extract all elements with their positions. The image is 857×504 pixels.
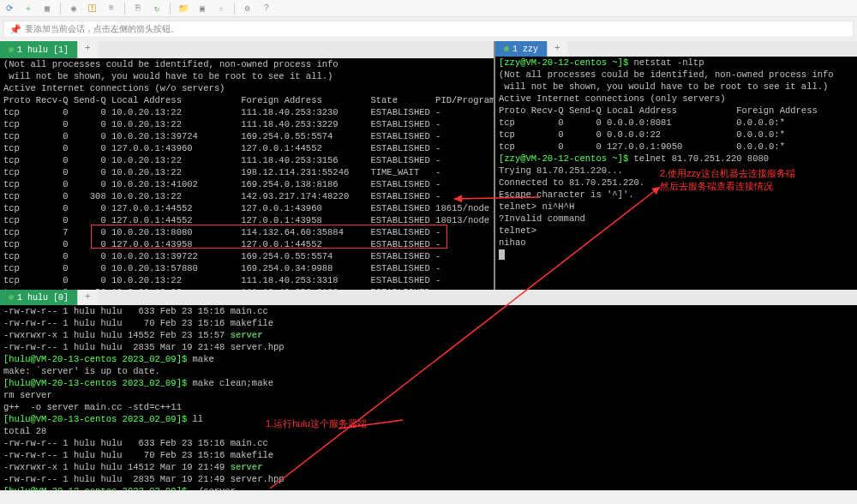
main-toolbar: ⟳ ＋ ▦ ◉ ⚿ ≡ ⎘ ↻ 📁 ▣ ☆ ⚙ ? xyxy=(0,0,857,17)
tab-hulu-0[interactable]: 1 hulu [0] xyxy=(0,290,78,305)
netstat-row: tcp 0 0 10.0.20.13:39724 169.254.0.55:55… xyxy=(0,130,494,142)
netstat-row: tcp 0 0 127.0.0.1:43958 127.0.0.1:44552 … xyxy=(0,238,494,250)
toolbar-separator xyxy=(234,3,235,15)
netstat-row: tcp 0 0 127.0.0.1:44552 127.0.0.1:43960 … xyxy=(0,202,494,214)
terminal-line: total 28 xyxy=(0,425,857,437)
terminal-line: -rw-rw-r-- 1 hulu hulu 2835 Mar 19 21:49… xyxy=(0,473,857,485)
terminal-line: [hulu@VM-20-13-centos 2023_02_09]$ make … xyxy=(0,377,857,389)
copy-icon[interactable]: ⎘ xyxy=(132,3,144,15)
terminal-line: Active Internet connections (only server… xyxy=(495,93,857,105)
terminal-line: [hulu@VM-20-13-centos 2023_02_09]$ ./ser… xyxy=(0,485,857,490)
add-tab-button[interactable]: + xyxy=(78,290,98,305)
list-icon[interactable]: ≡ xyxy=(105,3,117,15)
add-tab-button[interactable]: + xyxy=(548,41,567,57)
tab-hulu-1[interactable]: 1 hulu [1] xyxy=(0,41,78,58)
hint-text: 要添加当前会话，点击左侧的箭头按钮。 xyxy=(25,23,179,35)
terminal-line: ?Invalid command xyxy=(495,213,857,225)
terminal-line: -rw-rw-r-- 1 hulu hulu 70 Feb 23 15:16 m… xyxy=(0,449,857,461)
terminal-line: -rwxrwxr-x 1 hulu hulu 14552 Feb 23 15:5… xyxy=(0,329,857,341)
bottom-terminal-content[interactable]: -rw-rw-r-- 1 hulu hulu 633 Feb 23 15:16 … xyxy=(0,305,857,490)
grid-icon[interactable]: ▦ xyxy=(41,3,53,15)
key-icon[interactable]: ⚿ xyxy=(87,3,99,15)
right-terminal-pane[interactable]: 1 zzy + [zzy@VM-20-12-centos ~]$ netstat… xyxy=(495,41,857,290)
netstat-row: tcp 0 0 10.0.20.13:57880 169.254.0.34:99… xyxy=(0,262,494,274)
tab-label: 1 zzy xyxy=(512,45,538,54)
netstat-row: tcp 0 0 10.0.20.13:22 111.18.40.253:3229… xyxy=(0,118,494,130)
netstat-row: tcp 0 0 10.0.20.13:39722 169.254.0.55:55… xyxy=(0,250,494,262)
netstat-row: tcp 0 0 127.0.0.1:44552 127.0.0.1:43958 … xyxy=(0,214,494,226)
netstat-row: tcp 0 308 10.0.20.13:22 142.93.217.174:4… xyxy=(0,190,494,202)
toolbar-separator xyxy=(170,3,171,15)
status-dot-icon xyxy=(9,295,14,300)
person-icon[interactable]: ◉ xyxy=(68,3,80,15)
terminal-line: telnet> xyxy=(495,225,857,237)
netstat-row: tcp 0 0 10.0.20.13:22 198.12.114.231:552… xyxy=(0,166,494,178)
top-panes-container: 1 hulu [1] + (Not all processes could be… xyxy=(0,41,857,290)
terminal-line: Connected to 81.70.251.220. xyxy=(495,177,857,189)
terminal-line: -rwxrwxr-x 1 hulu hulu 14512 Mar 19 21:4… xyxy=(0,461,857,473)
gear-icon[interactable]: ⚙ xyxy=(242,3,254,15)
terminal-line: -rw-rw-r-- 1 hulu hulu 633 Feb 23 15:16 … xyxy=(0,305,857,317)
star-icon[interactable]: ☆ xyxy=(215,3,227,15)
terminal-line: tcp 0 0 0.0.0.0:22 0.0.0.0:* LISTEN xyxy=(495,129,857,141)
status-dot-icon xyxy=(504,46,509,51)
left-terminal-content[interactable]: (Not all processes could be identified, … xyxy=(0,58,494,290)
right-tabs-row: 1 zzy + xyxy=(495,41,857,57)
netstat-row: tcp 0 0 127.0.0.1:43960 127.0.0.1:44552 … xyxy=(0,142,494,154)
terminal-line: (Not all processes could be identified, … xyxy=(495,69,857,81)
terminal-line: g++ -o server main.cc -std=c++11 xyxy=(0,401,857,413)
tab-label: 1 hulu [0] xyxy=(17,293,69,303)
folder-icon[interactable]: 📁 xyxy=(177,3,189,15)
toolbar-separator xyxy=(60,3,61,15)
left-terminal-pane[interactable]: 1 hulu [1] + (Not all processes could be… xyxy=(0,41,495,290)
terminal-line: [hulu@VM-20-13-centos 2023_02_09]$ make xyxy=(0,353,857,365)
plus-icon[interactable]: ＋ xyxy=(22,3,34,15)
terminal-line: telnet> ni^H^H xyxy=(495,201,857,213)
terminal-line: [hulu@VM-20-13-centos 2023_02_09]$ ll xyxy=(0,413,857,425)
terminal-line: [zzy@VM-20-12-centos ~]$ telnet 81.70.25… xyxy=(495,153,857,165)
add-tab-button[interactable]: + xyxy=(78,41,98,58)
tab-zzy[interactable]: 1 zzy xyxy=(495,41,548,57)
right-terminal-content[interactable]: [zzy@VM-20-12-centos ~]$ netstat -nltp(N… xyxy=(495,57,857,261)
hint-bar: 📌 要添加当前会话，点击左侧的箭头按钮。 xyxy=(3,21,854,38)
toolbar-separator xyxy=(124,3,125,15)
left-tabs-row: 1 hulu [1] + xyxy=(0,41,494,58)
tab-label: 1 hulu [1] xyxy=(17,45,69,55)
terminal-line: Escape character is '^]'. xyxy=(495,189,857,201)
netstat-row: tcp 0 52 10.0.20.13:22 111.18.40.253:313… xyxy=(0,286,494,290)
bottom-tabs-row: 1 hulu [0] + xyxy=(0,290,857,305)
terminal-line: Proto Recv-Q Send-Q Local Address Foreig… xyxy=(495,105,857,117)
refresh-icon[interactable]: ↻ xyxy=(151,3,163,15)
terminal-line: will not be shown, you would have to be … xyxy=(495,81,857,93)
terminal-line: make: `server' is up to date. xyxy=(0,365,857,377)
terminal-line: tcp 0 0 0.0.0.0:8081 0.0.0.0:* LISTEN xyxy=(495,117,857,129)
bottom-terminal-pane[interactable]: -rw-rw-r-- 1 hulu hulu 633 Feb 23 15:16 … xyxy=(0,305,857,490)
netstat-row: tcp 7 0 10.0.20.13:8080 114.132.64.60:35… xyxy=(0,226,494,238)
terminal-line: rm server xyxy=(0,389,857,401)
terminal-line: -rw-rw-r-- 1 hulu hulu 633 Feb 23 15:16 … xyxy=(0,437,857,449)
status-dot-icon xyxy=(9,47,14,52)
terminal-line: tcp 0 0 127.0.0.1:9050 0.0.0.0:* LISTEN xyxy=(495,141,857,153)
terminal-line: -rw-rw-r-- 1 hulu hulu 2835 Mar 19 21:48… xyxy=(0,341,857,353)
pin-icon: 📌 xyxy=(9,24,21,35)
help-icon[interactable]: ? xyxy=(261,3,273,15)
terminal-line: -rw-rw-r-- 1 hulu hulu 70 Feb 23 15:16 m… xyxy=(0,317,857,329)
terminal-icon[interactable]: ▣ xyxy=(196,3,208,15)
terminal-line: Trying 81.70.251.220... xyxy=(495,165,857,177)
sync-icon[interactable]: ⟳ xyxy=(3,3,15,15)
netstat-row: tcp 0 0 10.0.20.13:22 111.18.40.253:3230… xyxy=(0,106,494,118)
netstat-row: tcp 0 0 10.0.20.13:22 111.18.40.253:3156… xyxy=(0,154,494,166)
netstat-row: tcp 0 0 10.0.20.13:41002 169.254.0.138:8… xyxy=(0,178,494,190)
terminal-line: nihao xyxy=(495,237,857,249)
netstat-row: tcp 0 0 10.0.20.13:22 111.18.40.253:3318… xyxy=(0,274,494,286)
terminal-line: [zzy@VM-20-12-centos ~]$ netstat -nltp xyxy=(495,57,857,69)
